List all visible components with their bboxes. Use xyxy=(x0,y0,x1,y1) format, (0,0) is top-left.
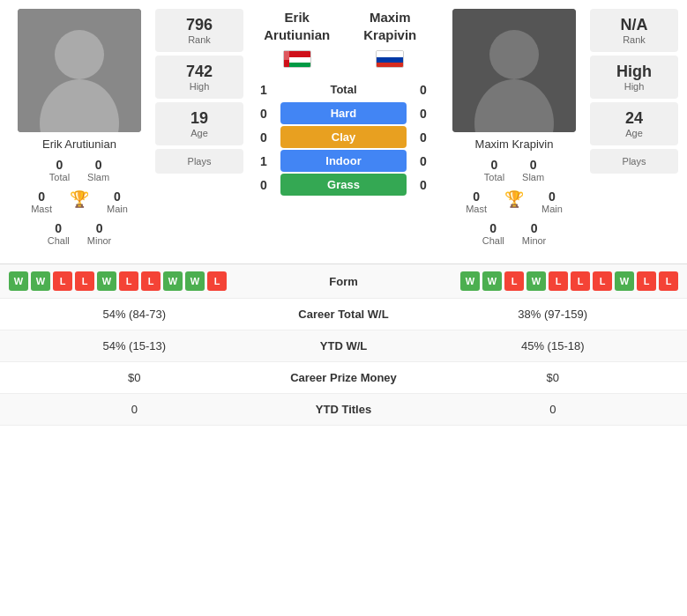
left-total-label: Total xyxy=(49,172,70,182)
left-chall-label: Chall xyxy=(48,235,70,246)
surface-btn-grass[interactable]: Grass xyxy=(280,174,407,196)
top-section: Erik Arutiunian 0 Total 0 Slam 0 Mast xyxy=(0,0,687,255)
stats-left-2: $0 xyxy=(13,371,256,384)
left-age-box: 19 Age xyxy=(155,102,243,145)
stats-right-0: 38% (97-159) xyxy=(432,308,675,321)
surface-row-clay: 0Clay0 xyxy=(250,126,437,148)
stats-row-0: 54% (84-73)Career Total W/L38% (97-159) xyxy=(0,299,687,330)
surface-btn-indoor[interactable]: Indoor xyxy=(280,150,407,172)
right-chall-stat: 0 Chall xyxy=(482,221,504,246)
form-badge-1: W xyxy=(31,271,50,291)
right-avatar-svg xyxy=(452,9,576,132)
form-badge-4: L xyxy=(549,271,568,291)
right-chall-label: Chall xyxy=(482,235,504,246)
right-age-value: 24 xyxy=(625,109,643,128)
left-main-value: 0 xyxy=(114,189,121,204)
form-badge-4: W xyxy=(97,271,116,291)
left-total-value: 0 xyxy=(56,158,63,172)
stats-right-2: $0 xyxy=(432,371,675,384)
left-stats-row3: 0 Chall 0 Minor xyxy=(48,221,112,246)
left-mast-value: 0 xyxy=(38,189,45,204)
stats-label-0: Career Total W/L xyxy=(256,308,432,321)
surface-left-score-3: 1 xyxy=(250,154,277,168)
surface-btn-hard[interactable]: Hard xyxy=(280,102,407,124)
left-flag xyxy=(283,50,311,68)
right-player-avatar xyxy=(452,9,576,132)
surface-left-score-0: 1 xyxy=(250,83,277,97)
stats-left-3: 0 xyxy=(13,403,256,416)
left-trophy-icon: 🏆 xyxy=(70,189,89,209)
right-stats-row3: 0 Chall 0 Minor xyxy=(482,221,547,246)
form-badge-8: W xyxy=(185,271,205,291)
svg-point-1 xyxy=(55,30,104,79)
form-badge-8: L xyxy=(637,271,656,291)
left-chall-stat: 0 Chall xyxy=(48,221,70,246)
right-minor-label: Minor xyxy=(522,235,547,246)
stats-row-2: $0Career Prize Money$0 xyxy=(0,362,687,394)
stats-label-3: YTD Titles xyxy=(256,403,432,416)
right-slam-stat: 0 Slam xyxy=(522,158,544,182)
left-slam-value: 0 xyxy=(95,158,102,172)
form-badge-0: W xyxy=(9,271,28,291)
form-badge-3: L xyxy=(75,271,94,291)
left-high-value: 742 xyxy=(186,63,213,81)
left-chall-value: 0 xyxy=(55,221,62,235)
form-badge-0: W xyxy=(460,271,480,291)
right-player-wrap: N/A Rank High High 24 Age Plays xyxy=(444,9,678,246)
svg-rect-10 xyxy=(377,63,404,68)
left-mast-stat: 0 Mast xyxy=(31,189,52,214)
main-container: Erik Arutiunian 0 Total 0 Slam 0 Mast xyxy=(0,0,687,426)
surface-btn-total[interactable]: Total xyxy=(280,78,407,100)
right-age-box: 24 Age xyxy=(590,102,678,145)
right-main-value: 0 xyxy=(549,189,556,204)
right-rank-label: Rank xyxy=(623,34,646,45)
right-high-box: High High xyxy=(590,56,678,99)
svg-rect-7 xyxy=(284,51,289,60)
form-badge-6: L xyxy=(593,271,612,291)
left-slam-label: Slam xyxy=(87,172,109,182)
surface-btn-clay[interactable]: Clay xyxy=(280,126,407,148)
left-mid-stats: 796 Rank 742 High 19 Age Plays xyxy=(155,9,243,174)
surface-left-score-2: 0 xyxy=(250,130,277,145)
stats-left-0: 54% (84-73) xyxy=(13,308,256,321)
surface-row-grass: 0Grass0 xyxy=(250,174,437,196)
svg-rect-8 xyxy=(377,51,404,57)
left-rank-label: Rank xyxy=(188,34,211,45)
surface-right-score-2: 0 xyxy=(410,130,437,145)
svg-point-12 xyxy=(489,30,539,79)
surface-right-score-0: 0 xyxy=(410,83,437,97)
right-rank-box: N/A Rank xyxy=(590,9,678,52)
left-form-badges: WWLLWLLWWL xyxy=(9,271,278,291)
surface-row-total: 1Total0 xyxy=(250,78,437,100)
left-avatar-svg xyxy=(18,9,141,132)
right-mid-stats: N/A Rank High High 24 Age Plays xyxy=(590,9,678,174)
right-total-label: Total xyxy=(484,172,504,182)
right-age-label: Age xyxy=(625,128,643,138)
left-player-avatar xyxy=(18,9,141,132)
form-label: Form xyxy=(278,275,410,288)
right-high-label: High xyxy=(624,81,645,92)
right-total-value: 0 xyxy=(491,158,498,172)
form-badge-2: L xyxy=(504,271,524,291)
surface-right-score-4: 0 xyxy=(410,178,437,192)
form-badge-5: L xyxy=(571,271,590,291)
left-minor-label: Minor xyxy=(87,235,112,246)
right-slam-label: Slam xyxy=(522,172,544,182)
left-rank-value: 796 xyxy=(186,16,213,34)
stats-label-1: YTD W/L xyxy=(256,339,432,353)
left-player-wrap: Erik Arutiunian 0 Total 0 Slam 0 Mast xyxy=(9,9,243,246)
stats-right-1: 45% (15-18) xyxy=(432,339,675,353)
left-plays-label: Plays xyxy=(188,156,212,167)
form-badge-1: W xyxy=(482,271,502,291)
right-main-label: Main xyxy=(541,204,563,214)
right-player-card: Maxim Krapivin 0 Total 0 Slam 0 Mast xyxy=(444,9,585,246)
center-right-name: Maxim Krapivin xyxy=(344,9,437,43)
surface-row-hard: 0Hard0 xyxy=(250,102,437,124)
right-mast-value: 0 xyxy=(473,189,480,204)
right-flag xyxy=(376,50,404,68)
left-stats-row1: 0 Total 0 Slam xyxy=(49,158,109,182)
right-high-value: High xyxy=(616,63,652,81)
stats-row-3: 0YTD Titles0 xyxy=(0,394,687,426)
right-plays-label: Plays xyxy=(623,156,646,167)
left-slam-stat: 0 Slam xyxy=(87,158,109,182)
